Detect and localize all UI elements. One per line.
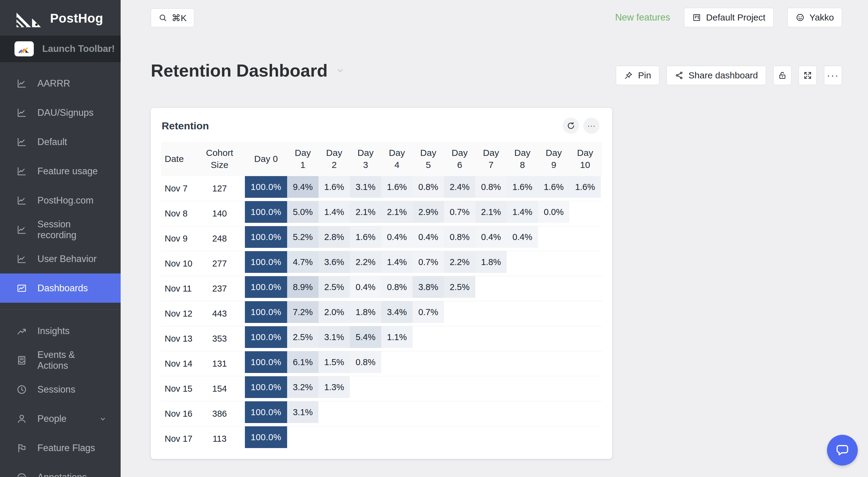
retention-value: 100.0% [245,251,287,273]
sidebar-item-label: Session recording [37,219,107,241]
sidebar-item-insights[interactable]: Insights [0,316,121,346]
retention-cell [412,351,444,376]
sidebar-item-user-behavior[interactable]: User Behavior [0,244,121,274]
share-dashboard-button[interactable]: Share dashboard [666,66,766,85]
retention-cell [444,401,475,426]
sidebar-item-people[interactable]: People [0,404,121,433]
retention-value: 1.6% [350,226,381,248]
retention-cell [444,351,475,376]
retention-cell [381,351,412,376]
ellipsis-icon: ··· [827,70,839,80]
retention-cell: 2.8% [318,226,350,251]
user-menu-button[interactable]: Yakko [787,8,842,27]
retention-value: 1.6% [381,176,412,198]
retention-value: 1.8% [350,301,381,323]
retention-cell: 1.4% [507,201,538,226]
retention-cell: 0.4% [507,226,538,251]
caret-down-icon[interactable] [336,66,345,75]
search-button[interactable]: ⌘K [151,8,194,27]
retention-cell [569,401,601,426]
sidebar-item-feature-usage[interactable]: Feature usage [0,157,121,186]
project-switcher-button[interactable]: Default Project [684,8,774,27]
retention-value: 3.6% [318,251,350,273]
retention-cell: 6.1% [287,351,318,376]
retention-value: 0.4% [507,226,538,248]
retention-cell [381,376,412,401]
retention-cell [381,401,412,426]
retention-value: 1.4% [318,201,350,223]
chevron-down-icon [98,414,107,423]
sidebar-item-posthog-com[interactable]: PostHog.com [0,186,121,215]
retention-value: 0.8% [350,351,381,373]
row-date: Nov 12 [161,301,194,326]
search-shortcut: ⌘K [172,13,187,23]
retention-value: 2.5% [318,276,350,298]
sidebar-item-label: DAU/Signups [37,107,93,118]
retention-cell [569,251,601,276]
retention-value: 100.0% [245,351,287,373]
sidebar-item-events-actions[interactable]: Events & Actions [0,346,121,375]
column-header-cohort-size: Cohort Size [194,142,245,176]
retention-cell [538,276,569,301]
retention-table-header: DateCohort SizeDay 0Day 1Day 2Day 3Day 4… [161,142,602,176]
retention-cell: 2.0% [318,301,350,326]
chat-widget-button[interactable] [827,435,858,466]
sidebar-item-label: People [37,413,67,424]
retention-value: 2.2% [350,251,381,273]
sidebar-item-annotations[interactable]: Annotations [0,463,121,477]
retention-value: 3.2% [287,376,318,398]
retention-cell: 5.2% [287,226,318,251]
retention-cell [569,426,601,451]
row-cohort-size: 353 [194,326,245,351]
line-chart-icon [16,166,27,177]
row-date: Nov 7 [161,176,194,201]
retention-value: 100.0% [245,301,287,323]
sidebar-item-session-recording[interactable]: Session recording [0,215,121,244]
retention-cell [569,376,601,401]
dashboard-more-button[interactable]: ··· [824,66,842,85]
retention-table-body: Nov 7127100.0%9.4%1.6%3.1%1.6%0.8%2.4%0.… [161,176,602,451]
retention-cell: 1.6% [381,176,412,201]
new-features-link[interactable]: New features [615,12,670,23]
sidebar-nav: AARRRDAU/SignupsDefaultFeature usagePost… [0,62,121,477]
refresh-button[interactable] [563,118,579,134]
launch-toolbar-button[interactable]: Launch Toolbar! [0,36,121,62]
lock-dashboard-button[interactable] [773,66,792,85]
row-date: Nov 17 [161,426,194,451]
retention-cell: 1.6% [318,176,350,201]
line-chart-icon [16,254,27,264]
pin-button[interactable]: Pin [616,66,659,85]
card-actions: ··· [563,118,599,134]
sidebar-item-default[interactable]: Default [0,127,121,157]
retention-cell: 3.6% [318,251,350,276]
card-more-button[interactable]: ··· [583,118,599,134]
retention-cell [350,401,381,426]
retention-value: 8.9% [287,276,318,298]
retention-row-nov-10: Nov 10277100.0%4.7%3.6%2.2%1.4%0.7%2.2%1… [161,251,602,276]
retention-row-nov-15: Nov 15154100.0%3.2%1.3% [161,376,602,401]
sidebar-item-dashboards[interactable]: Dashboards [0,274,121,303]
retention-value: 0.7% [412,301,444,323]
sidebar-item-feature-flags[interactable]: Feature Flags [0,433,121,463]
sidebar-item-aarrr[interactable]: AARRR [0,69,121,98]
row-date: Nov 13 [161,326,194,351]
retention-cell: 1.5% [318,351,350,376]
retention-value: 1.3% [318,376,350,398]
sidebar-item-dau-signups[interactable]: DAU/Signups [0,98,121,127]
clock-icon [16,384,27,395]
posthog-logo[interactable]: PostHog [0,0,121,36]
retention-cell: 0.8% [444,226,475,251]
retention-cell: 0.8% [350,351,381,376]
retention-value: 0.4% [350,276,381,298]
retention-value: 100.0% [245,176,287,198]
retention-cell: 2.1% [475,201,507,226]
sidebar-item-label: Events & Actions [37,349,107,371]
page-title: Retention Dashboard [151,60,328,81]
fullscreen-button[interactable] [799,66,817,85]
dashboard-actions: Pin Share dashboard ··· [616,66,842,85]
retention-value: 2.1% [350,201,381,223]
launch-toolbar-label: Launch Toolbar! [42,43,115,54]
retention-cell [507,326,538,351]
column-header-day-1: Day 1 [287,142,318,176]
sidebar-item-sessions[interactable]: Sessions [0,375,121,404]
